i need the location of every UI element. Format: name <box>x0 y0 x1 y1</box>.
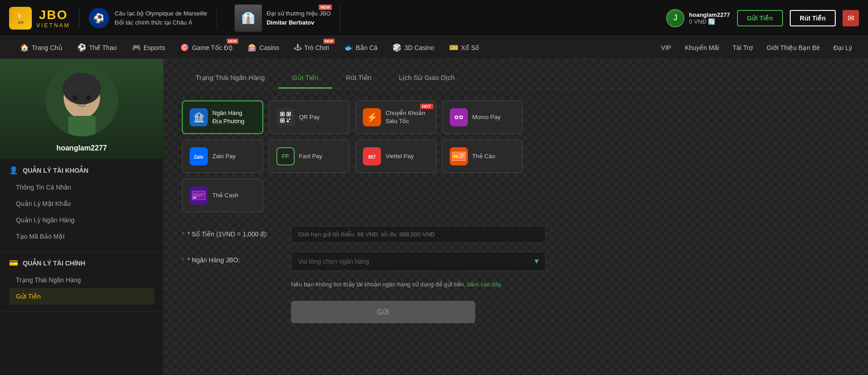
momo-label: Momo Pay <box>472 113 501 121</box>
sidebar-section-finance: 💳 QUẢN LÝ TÀI CHÍNH Trạng Thái Ngân Hàng… <box>0 252 163 312</box>
svg-rect-9 <box>288 113 290 115</box>
refresh-icon[interactable]: 🔄 <box>708 18 715 25</box>
the-cao-label: Thẻ Cào <box>472 152 496 160</box>
logo-vietnam: VIETNAM <box>36 22 70 29</box>
sidebar-item-trang-thai[interactable]: Trạng Thái Ngân Hàng <box>9 272 154 288</box>
tab-lich-su[interactable]: Lịch Sử Giao Dịch <box>385 68 468 89</box>
amount-input[interactable] <box>291 226 546 243</box>
info-link[interactable]: bấm vào đây. <box>467 281 502 288</box>
ambassador-title: Đại sứ thương hiệu JBO <box>266 9 331 18</box>
ban-ca-icon: 🐟 <box>344 43 353 52</box>
nav-game-toc-do[interactable]: 🎯 Game Tốc Độ NEW <box>174 36 239 59</box>
nav-gioi-thieu[interactable]: Giới Thiệu Bạn Bè <box>764 44 822 51</box>
3d-casino-icon: 🎲 <box>392 43 401 52</box>
club-sub: Đối tác chính thức tại Châu Á <box>115 18 207 27</box>
fast-pay-label: Fast Pay <box>299 152 322 160</box>
tro-choi-icon: 🕹 <box>294 44 301 52</box>
logo-jbo: JBO <box>39 8 68 22</box>
esports-icon: 🎮 <box>132 43 141 52</box>
mail-icon[interactable]: ✉ <box>843 10 859 26</box>
payment-zalo[interactable]: Zalo Zalo Pay <box>182 140 263 173</box>
header: 🏆 JBO VIETNAM ⚽ Câu lạc bộ Olympique de … <box>0 0 868 36</box>
svg-rect-24 <box>453 155 458 158</box>
nav-esports[interactable]: 🎮 Esports <box>125 36 171 59</box>
sidebar-item-bao-mat[interactable]: Tạo Mã Bảo Mật <box>9 228 154 245</box>
zalo-label: Zalo Pay <box>212 152 236 160</box>
bank-select-wrapper: Vui lòng chọn ngân hàng ▼ <box>291 252 546 271</box>
fast-pay-icon: FP <box>276 147 295 165</box>
bank-select[interactable]: Vui lòng chọn ngân hàng <box>291 252 546 271</box>
tab-gui-tien[interactable]: Gửi Tiền <box>278 68 332 89</box>
club-name: Câu lạc bộ Olympique de Marseille <box>115 9 207 18</box>
nav-ban-ca[interactable]: 🐟 Bắn Cá <box>338 36 384 59</box>
tab-trang-thai[interactable]: Trạng Thái Ngân Hàng <box>182 68 278 89</box>
payment-fast-pay[interactable]: FP Fast Pay <box>269 140 350 173</box>
user-avatar: J <box>666 9 684 27</box>
header-right: J hoanglam2277 0 VNĐ 🔄 Gửi Tiền Rút Tiền… <box>666 9 859 27</box>
nav-3d-casino[interactable]: 🎲 3D Casino <box>386 36 440 59</box>
svg-text:857: 857 <box>368 155 376 160</box>
chuyen-khoan-label: Chuyển KhoảnSiêu Tốc <box>386 109 426 125</box>
nav-3d-casino-label: 3D Casino <box>404 44 434 51</box>
header-rut-tien-button[interactable]: Rút Tiền <box>790 10 836 26</box>
sidebar-item-mat-khau[interactable]: Quản Lý Mật Khẩu <box>9 195 154 212</box>
bank-row: * * Ngân Hàng JBO: Vui lòng chọn ngân hà… <box>182 252 546 271</box>
sidebar-avatar-area: hoanglam2277 <box>0 59 163 159</box>
account-icon: 👤 <box>9 166 18 175</box>
transfer-icon: ⚡ <box>363 108 381 126</box>
sidebar-section-account: 👤 QUẢN LÝ TÀI KHOẢN Thông Tin Cá Nhân Qu… <box>0 159 163 252</box>
nav-trang-chu[interactable]: 🏠 Trang Chủ <box>14 36 69 59</box>
ambassador-text: Đại sứ thương hiệu JBO Dimitar Berbatov <box>266 9 331 27</box>
nav-khuyen-mai[interactable]: Khuyến Mãi <box>682 44 721 51</box>
nav-tro-choi-label: Trò Chơi <box>304 44 329 51</box>
sidebar-item-ngan-hang[interactable]: Quản Lý Ngân Hàng <box>9 212 154 228</box>
submit-button[interactable]: Gửi <box>291 301 475 323</box>
nav-esports-label: Esports <box>144 44 165 51</box>
bank-required: * <box>182 256 184 264</box>
user-info: J hoanglam2277 0 VNĐ 🔄 <box>666 9 730 27</box>
club-banner: ⚽ Câu lạc bộ Olympique de Marseille Đối … <box>79 8 216 28</box>
casino-icon: 🎰 <box>248 43 257 52</box>
nav-casino[interactable]: 🎰 Casino <box>241 36 286 59</box>
header-gui-tien-button[interactable]: Gửi Tiền <box>737 10 783 26</box>
logo-icon: 🏆 <box>9 7 32 30</box>
nav-xo-so[interactable]: 🎫 Xổ Số <box>443 36 486 59</box>
nav-dai-ly[interactable]: Đại Lý <box>831 44 854 51</box>
payment-chuyen-khoan[interactable]: ⚡ Chuyển KhoảnSiêu Tốc HOT <box>355 100 437 134</box>
nav-vip[interactable]: VIP <box>659 44 674 51</box>
ambassador-new-badge: NEW <box>319 5 332 10</box>
the-cash-icon <box>190 186 208 205</box>
nav-the-thao-label: Thể Thao <box>89 44 117 51</box>
payment-viettel[interactable]: 857 Viettel Pay <box>355 140 437 173</box>
amount-row: * * Số Tiền (1VND = 1,000 đ): <box>182 226 546 243</box>
qr-label: QR Pay <box>299 113 320 121</box>
sidebar-item-gui-tien[interactable]: Gửi Tiền <box>9 288 154 305</box>
hot-badge: HOT <box>420 104 433 109</box>
svg-point-19 <box>460 116 462 118</box>
svg-rect-31 <box>193 197 196 199</box>
sidebar-item-thong-tin[interactable]: Thông Tin Cá Nhân <box>9 179 154 195</box>
payment-momo[interactable]: Momo Pay <box>442 100 523 134</box>
logo-text: JBO VIETNAM <box>36 8 70 29</box>
payment-qr-pay[interactable]: QR Pay <box>269 100 350 134</box>
avatar-image <box>45 64 118 136</box>
nav-tai-tro[interactable]: Tài Trợ <box>730 44 755 51</box>
sidebar-finance-title: 💳 QUẢN LÝ TÀI CHÍNH <box>9 259 154 267</box>
ambassador-banner: NEW 👔 Đại sứ thương hiệu JBO Dimitar Ber… <box>226 5 340 32</box>
payment-the-cao[interactable]: Thẻ Cào <box>442 140 523 173</box>
finance-icon: 💳 <box>9 259 18 267</box>
payment-methods-grid: 🏦 Ngân HàngĐịa Phương <box>182 100 523 212</box>
payment-the-cash[interactable]: Thẻ Cash <box>182 179 263 212</box>
svg-text:Zalo: Zalo <box>194 155 204 160</box>
viettel-icon: 857 <box>363 147 381 165</box>
the-cash-label: Thẻ Cash <box>212 191 238 200</box>
svg-rect-7 <box>281 113 283 115</box>
sidebar: hoanglam2277 👤 QUẢN LÝ TÀI KHOẢN Thông T… <box>0 59 164 375</box>
nav-the-thao[interactable]: ⚽ Thể Thao <box>71 36 123 59</box>
nav-tro-choi[interactable]: 🕹 Trò Chơi NEW <box>288 36 335 59</box>
payment-ngan-hang[interactable]: 🏦 Ngân HàngĐịa Phương <box>182 100 263 134</box>
home-icon: 🏠 <box>20 43 29 52</box>
tab-rut-tien[interactable]: Rút Tiền <box>332 68 386 89</box>
svg-rect-12 <box>287 119 288 120</box>
bank-label-text: * * Ngân Hàng JBO: <box>182 252 282 264</box>
